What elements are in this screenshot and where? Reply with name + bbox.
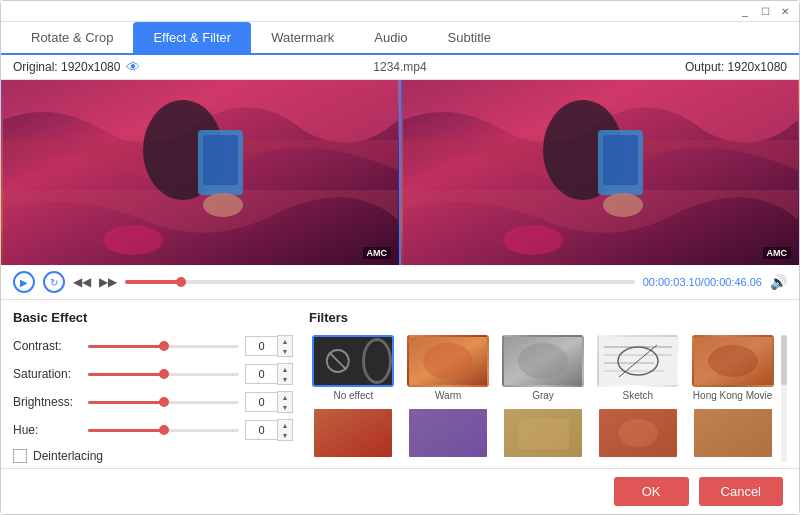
hue-spinners: ▲ ▼ bbox=[277, 419, 293, 441]
svg-rect-4 bbox=[203, 135, 238, 185]
svg-point-12 bbox=[503, 225, 563, 255]
minimize-button[interactable]: ⎯ bbox=[739, 5, 751, 17]
saturation-input[interactable] bbox=[245, 364, 277, 384]
tab-audio[interactable]: Audio bbox=[354, 22, 427, 55]
tab-watermark[interactable]: Watermark bbox=[251, 22, 354, 55]
saturation-up[interactable]: ▲ bbox=[278, 364, 292, 374]
volume-button[interactable]: 🔊 bbox=[770, 274, 787, 290]
contrast-spinners: ▲ ▼ bbox=[277, 335, 293, 357]
amc-badge-right: AMC bbox=[763, 247, 792, 259]
brightness-input[interactable] bbox=[245, 392, 277, 412]
filter-label-warm: Warm bbox=[435, 390, 461, 401]
main-window: ⎯ ☐ ✕ Rotate & Crop Effect & Filter Wate… bbox=[0, 0, 800, 515]
ok-button[interactable]: OK bbox=[614, 477, 689, 506]
hue-down[interactable]: ▼ bbox=[278, 430, 292, 440]
filter-thumb-sketch bbox=[597, 335, 679, 387]
filter-row2-3[interactable] bbox=[499, 407, 588, 462]
filter-thumb-no-effect bbox=[312, 335, 394, 387]
amc-badge-left: AMC bbox=[363, 247, 392, 259]
brightness-spinners: ▲ ▼ bbox=[277, 391, 293, 413]
loop-button[interactable]: ↻ bbox=[43, 271, 65, 293]
contrast-down[interactable]: ▼ bbox=[278, 346, 292, 356]
filters-wrapper: No effect bbox=[309, 335, 787, 462]
filter-sketch[interactable]: Sketch bbox=[593, 335, 682, 401]
brightness-up[interactable]: ▲ bbox=[278, 392, 292, 402]
filter-warm[interactable]: Warm bbox=[404, 335, 493, 401]
filter-thumb-warm bbox=[407, 335, 489, 387]
basic-effect-panel: Basic Effect Contrast: ▲ ▼ bbox=[13, 310, 293, 458]
svg-point-35 bbox=[618, 419, 658, 447]
window-controls: ⎯ ☐ ✕ bbox=[739, 5, 791, 17]
filter-label-no-effect: No effect bbox=[333, 390, 373, 401]
cancel-button[interactable]: Cancel bbox=[699, 477, 783, 506]
filter-hk-movie[interactable]: Hong Kong Movie bbox=[688, 335, 777, 401]
filter-label-sketch: Sketch bbox=[623, 390, 654, 401]
filters-scrollbar-thumb bbox=[781, 335, 787, 385]
saturation-slider[interactable] bbox=[88, 366, 239, 382]
saturation-label: Saturation: bbox=[13, 367, 88, 381]
svg-point-5 bbox=[103, 225, 163, 255]
next-frame-button[interactable]: ▶▶ bbox=[99, 273, 117, 291]
filter-thumb-r2-1 bbox=[312, 407, 394, 459]
filter-label-hk: Hong Kong Movie bbox=[693, 390, 773, 401]
deinterlacing-label: Deinterlacing bbox=[33, 449, 103, 463]
filter-thumb-hk bbox=[692, 335, 774, 387]
filter-thumb-r2-5 bbox=[692, 407, 774, 459]
tab-effect-filter[interactable]: Effect & Filter bbox=[133, 22, 251, 55]
close-button[interactable]: ✕ bbox=[779, 5, 791, 17]
saturation-value-group: ▲ ▼ bbox=[245, 363, 293, 385]
brightness-slider[interactable] bbox=[88, 394, 239, 410]
time-display: 00:00:03.10/00:00:46.06 bbox=[643, 276, 762, 288]
filter-row2-2[interactable] bbox=[404, 407, 493, 462]
hue-value-group: ▲ ▼ bbox=[245, 419, 293, 441]
original-info: Original: 1920x1080 👁 bbox=[13, 59, 271, 75]
playback-bar: ▶ ↻ ◀◀ ▶▶ 00:00:03.10/00:00:46.06 🔊 bbox=[1, 265, 799, 300]
filter-thumb-r2-2 bbox=[407, 407, 489, 459]
output-resolution: Output: 1920x1080 bbox=[529, 60, 787, 74]
maximize-button[interactable]: ☐ bbox=[759, 5, 771, 17]
svg-point-20 bbox=[518, 343, 568, 379]
svg-rect-30 bbox=[314, 409, 392, 457]
video-panel-original: AMC bbox=[1, 80, 401, 265]
progress-slider[interactable] bbox=[125, 280, 635, 284]
svg-point-13 bbox=[603, 193, 643, 217]
tab-rotate-crop[interactable]: Rotate & Crop bbox=[11, 22, 133, 55]
hue-input[interactable] bbox=[245, 420, 277, 440]
hue-up[interactable]: ▲ bbox=[278, 420, 292, 430]
filter-row2-5[interactable] bbox=[688, 407, 777, 462]
saturation-row: Saturation: ▲ ▼ bbox=[13, 363, 293, 385]
svg-rect-11 bbox=[603, 135, 638, 185]
filters-panel: Filters No effect bbox=[309, 310, 787, 458]
contrast-value-group: ▲ ▼ bbox=[245, 335, 293, 357]
filters-title: Filters bbox=[309, 310, 787, 325]
brightness-value-group: ▲ ▼ bbox=[245, 391, 293, 413]
deinterlacing-row: Deinterlacing bbox=[13, 449, 293, 463]
filter-gray[interactable]: Gray bbox=[499, 335, 588, 401]
play-button[interactable]: ▶ bbox=[13, 271, 35, 293]
filters-scrollbar[interactable] bbox=[781, 335, 787, 462]
filter-no-effect[interactable]: No effect bbox=[309, 335, 398, 401]
original-resolution: Original: 1920x1080 bbox=[13, 60, 120, 74]
tab-subtitle[interactable]: Subtitle bbox=[428, 22, 511, 55]
contrast-up[interactable]: ▲ bbox=[278, 336, 292, 346]
filter-label-gray: Gray bbox=[532, 390, 554, 401]
video-canvas-left bbox=[1, 80, 399, 265]
filter-thumb-gray bbox=[502, 335, 584, 387]
hue-label: Hue: bbox=[13, 423, 88, 437]
video-panel-output: AMC bbox=[401, 80, 799, 265]
contrast-slider[interactable] bbox=[88, 338, 239, 354]
tab-bar: Rotate & Crop Effect & Filter Watermark … bbox=[1, 22, 799, 55]
contrast-input[interactable] bbox=[245, 336, 277, 356]
filter-row2-1[interactable] bbox=[309, 407, 398, 462]
prev-frame-button[interactable]: ◀◀ bbox=[73, 273, 91, 291]
saturation-down[interactable]: ▼ bbox=[278, 374, 292, 384]
video-canvas-right bbox=[401, 80, 799, 265]
hue-slider[interactable] bbox=[88, 422, 239, 438]
svg-point-29 bbox=[708, 345, 758, 377]
eye-icon[interactable]: 👁 bbox=[126, 59, 140, 75]
filter-row2-4[interactable] bbox=[593, 407, 682, 462]
brightness-down[interactable]: ▼ bbox=[278, 402, 292, 412]
filter-thumb-r2-3 bbox=[502, 407, 584, 459]
main-content: Basic Effect Contrast: ▲ ▼ bbox=[1, 300, 799, 468]
deinterlacing-checkbox[interactable] bbox=[13, 449, 27, 463]
